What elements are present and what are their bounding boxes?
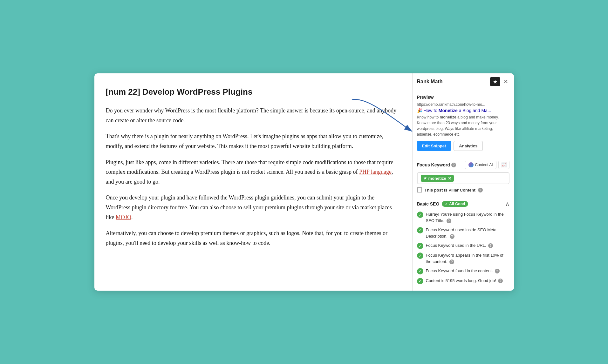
collapse-button[interactable]: ∧ <box>505 200 509 207</box>
article-title: [num 22] Develop WordPress Plugins <box>106 85 400 99</box>
preview-label: Preview <box>417 95 509 100</box>
analytics-button[interactable]: Analytics <box>454 141 483 151</box>
seo-item-6-help-icon[interactable]: ? <box>498 279 503 283</box>
seo-item-3: ✓ Focus Keyword used in the URL. ? <box>417 242 509 249</box>
seo-check-icon-2: ✓ <box>417 227 423 233</box>
basic-seo-left: Basic SEO ✓ All Good <box>417 201 468 207</box>
preview-desc-bold: monetize <box>440 115 456 119</box>
content-ai-button[interactable]: Content AI <box>465 161 496 169</box>
badge-text: All Good <box>449 202 465 206</box>
seo-item-text-5: Focus Keyword found in the content. ? <box>426 268 509 274</box>
keyword-input-area[interactable]: ★ monetize ✕ <box>417 172 509 184</box>
paragraph-5: Alternatively, you can choose to develop… <box>106 228 400 248</box>
seo-item-text-1: Hurray! You're using Focus Keyword in th… <box>426 211 509 224</box>
focus-keyword-help-icon[interactable]: ? <box>451 163 456 167</box>
panel-title: Rank Math <box>417 79 443 84</box>
preview-buttons: Edit Snippet Analytics <box>417 141 509 151</box>
preview-description: Know how to monetize a blog and make mon… <box>417 114 509 137</box>
preview-title: 🎉 How to Monetize a Blog and Ma... <box>417 108 509 113</box>
seo-item-1-help-icon[interactable]: ? <box>447 219 451 223</box>
paragraph-2: That's why there is a plugin for nearly … <box>106 131 400 151</box>
seo-check-icon-4: ✓ <box>417 253 423 259</box>
keyword-tag: ★ monetize ✕ <box>421 175 454 182</box>
pillar-content-label: This post is Pillar Content <box>425 188 475 192</box>
preview-title-rest: a Blog and Ma... <box>458 108 491 113</box>
paragraph-1: Do you ever wonder why WordPress is the … <box>106 106 400 125</box>
basic-seo-header: Basic SEO ✓ All Good ∧ <box>417 200 509 207</box>
chart-icon: 📈 <box>501 162 507 167</box>
paragraph-3: Plugins, just like apps, come in differe… <box>106 158 400 187</box>
panel-header: Rank Math ★ ✕ <box>413 73 514 90</box>
paragraph-4: Once you develop your plugin and have fo… <box>106 193 400 222</box>
php-link[interactable]: PHP language <box>359 169 392 175</box>
seo-item-3-help-icon[interactable]: ? <box>488 243 493 248</box>
pillar-content-checkbox[interactable] <box>417 187 422 192</box>
mojo-link[interactable]: MOJO <box>116 214 131 220</box>
seo-item-text-6: Content is 5195 words long. Good job! ? <box>426 278 509 284</box>
preview-section: Preview https://demo.rankmath.com/how-to… <box>413 90 514 156</box>
star-button[interactable]: ★ <box>490 77 500 86</box>
seo-item-1: ✓ Hurray! You're using Focus Keyword in … <box>417 211 509 224</box>
seo-item-text-4: Focus Keyword appears in the first 10% o… <box>426 252 509 265</box>
badge-check-icon: ✓ <box>445 202 448 206</box>
preview-title-text: How to <box>423 108 438 113</box>
seo-item-6: ✓ Content is 5195 words long. Good job! … <box>417 278 509 284</box>
keyword-text: monetize <box>428 176 446 181</box>
seo-item-2: ✓ Focus Keyword used inside SEO Meta Des… <box>417 227 509 239</box>
content-area: [num 22] Develop WordPress Plugins Do yo… <box>94 73 412 291</box>
seo-item-5-help-icon[interactable]: ? <box>495 269 500 273</box>
seo-item-4-help-icon[interactable]: ? <box>449 260 454 264</box>
rank-math-panel: Rank Math ★ ✕ Preview https://demo.rankm… <box>412 73 514 291</box>
basic-seo-section: Basic SEO ✓ All Good ∧ ✓ Hurray! You're … <box>413 196 514 291</box>
ai-icon <box>468 162 474 167</box>
seo-item-4: ✓ Focus Keyword appears in the first 10%… <box>417 252 509 265</box>
seo-check-icon-6: ✓ <box>417 278 423 284</box>
focus-keyword-label: Focus Keyword ? <box>417 162 456 167</box>
chart-button[interactable]: 📈 <box>498 161 509 169</box>
panel-header-actions: ★ ✕ <box>490 77 509 86</box>
edit-snippet-button[interactable]: Edit Snippet <box>417 141 451 151</box>
keyword-star-icon: ★ <box>423 176 427 180</box>
seo-check-icon-1: ✓ <box>417 212 423 218</box>
main-container: [num 22] Develop WordPress Plugins Do yo… <box>94 73 514 291</box>
preview-url: https://demo.rankmath.com/how-to-mo... <box>417 102 509 107</box>
star-icon: ★ <box>493 79 497 85</box>
seo-item-5: ✓ Focus Keyword found in the content. ? <box>417 268 509 274</box>
seo-check-icon-3: ✓ <box>417 243 423 249</box>
all-good-badge: ✓ All Good <box>442 201 468 207</box>
close-button[interactable]: ✕ <box>502 79 509 84</box>
preview-emoji: 🎉 <box>417 108 422 113</box>
seo-item-text-3: Focus Keyword used in the URL. ? <box>426 242 509 249</box>
seo-item-2-help-icon[interactable]: ? <box>450 234 454 239</box>
preview-title-bold: Monetize <box>439 108 458 113</box>
focus-keyword-actions: Content AI 📈 <box>465 161 509 169</box>
content-ai-label: Content AI <box>475 163 493 167</box>
pillar-content-row: This post is Pillar Content ? <box>417 187 509 192</box>
keyword-remove-icon[interactable]: ✕ <box>448 176 451 180</box>
basic-seo-label: Basic SEO <box>417 201 440 206</box>
pillar-content-help-icon[interactable]: ? <box>478 188 483 192</box>
focus-keyword-section: Focus Keyword ? Content AI 📈 ★ monetiz <box>413 156 514 196</box>
seo-check-icon-5: ✓ <box>417 268 423 274</box>
focus-keyword-header: Focus Keyword ? Content AI 📈 <box>417 161 509 169</box>
seo-item-text-2: Focus Keyword used inside SEO Meta Descr… <box>426 227 509 239</box>
